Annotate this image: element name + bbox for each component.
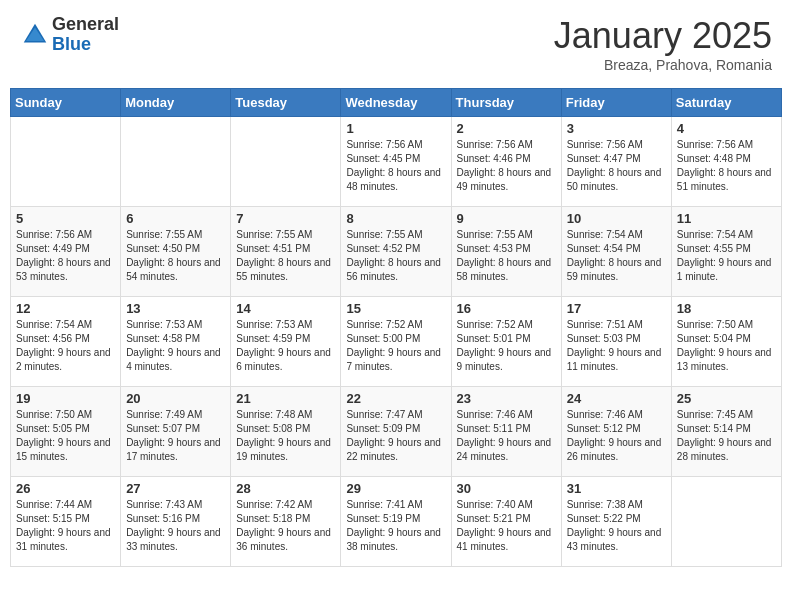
calendar-day-cell: 4Sunrise: 7:56 AM Sunset: 4:48 PM Daylig… — [671, 117, 781, 207]
day-number: 31 — [567, 481, 666, 496]
weekday-header: Tuesday — [231, 89, 341, 117]
day-number: 23 — [457, 391, 556, 406]
calendar-day-cell: 6Sunrise: 7:55 AM Sunset: 4:50 PM Daylig… — [121, 207, 231, 297]
day-number: 10 — [567, 211, 666, 226]
day-number: 7 — [236, 211, 335, 226]
day-number: 28 — [236, 481, 335, 496]
day-info: Sunrise: 7:52 AM Sunset: 5:01 PM Dayligh… — [457, 318, 556, 374]
day-info: Sunrise: 7:49 AM Sunset: 5:07 PM Dayligh… — [126, 408, 225, 464]
day-info: Sunrise: 7:43 AM Sunset: 5:16 PM Dayligh… — [126, 498, 225, 554]
weekday-header: Wednesday — [341, 89, 451, 117]
calendar-day-cell: 20Sunrise: 7:49 AM Sunset: 5:07 PM Dayli… — [121, 387, 231, 477]
calendar-day-cell: 27Sunrise: 7:43 AM Sunset: 5:16 PM Dayli… — [121, 477, 231, 567]
weekday-header: Saturday — [671, 89, 781, 117]
day-info: Sunrise: 7:54 AM Sunset: 4:55 PM Dayligh… — [677, 228, 776, 284]
day-info: Sunrise: 7:55 AM Sunset: 4:51 PM Dayligh… — [236, 228, 335, 284]
calendar-day-cell: 14Sunrise: 7:53 AM Sunset: 4:59 PM Dayli… — [231, 297, 341, 387]
day-number: 8 — [346, 211, 445, 226]
calendar-day-cell: 19Sunrise: 7:50 AM Sunset: 5:05 PM Dayli… — [11, 387, 121, 477]
day-number: 17 — [567, 301, 666, 316]
day-info: Sunrise: 7:56 AM Sunset: 4:48 PM Dayligh… — [677, 138, 776, 194]
day-number: 29 — [346, 481, 445, 496]
day-info: Sunrise: 7:38 AM Sunset: 5:22 PM Dayligh… — [567, 498, 666, 554]
day-number: 12 — [16, 301, 115, 316]
calendar-day-cell: 26Sunrise: 7:44 AM Sunset: 5:15 PM Dayli… — [11, 477, 121, 567]
calendar-day-cell: 23Sunrise: 7:46 AM Sunset: 5:11 PM Dayli… — [451, 387, 561, 477]
day-number: 20 — [126, 391, 225, 406]
calendar-day-cell — [671, 477, 781, 567]
day-info: Sunrise: 7:47 AM Sunset: 5:09 PM Dayligh… — [346, 408, 445, 464]
weekday-header: Friday — [561, 89, 671, 117]
calendar-table: SundayMondayTuesdayWednesdayThursdayFrid… — [10, 88, 782, 567]
day-number: 6 — [126, 211, 225, 226]
day-info: Sunrise: 7:53 AM Sunset: 4:58 PM Dayligh… — [126, 318, 225, 374]
calendar-day-cell: 2Sunrise: 7:56 AM Sunset: 4:46 PM Daylig… — [451, 117, 561, 207]
day-info: Sunrise: 7:45 AM Sunset: 5:14 PM Dayligh… — [677, 408, 776, 464]
day-info: Sunrise: 7:42 AM Sunset: 5:18 PM Dayligh… — [236, 498, 335, 554]
logo-icon — [20, 20, 50, 50]
logo-blue-text: Blue — [52, 35, 119, 55]
day-number: 21 — [236, 391, 335, 406]
day-info: Sunrise: 7:55 AM Sunset: 4:53 PM Dayligh… — [457, 228, 556, 284]
day-number: 27 — [126, 481, 225, 496]
calendar-day-cell: 22Sunrise: 7:47 AM Sunset: 5:09 PM Dayli… — [341, 387, 451, 477]
calendar-day-cell — [11, 117, 121, 207]
calendar-day-cell: 1Sunrise: 7:56 AM Sunset: 4:45 PM Daylig… — [341, 117, 451, 207]
calendar-day-cell: 11Sunrise: 7:54 AM Sunset: 4:55 PM Dayli… — [671, 207, 781, 297]
calendar-day-cell: 16Sunrise: 7:52 AM Sunset: 5:01 PM Dayli… — [451, 297, 561, 387]
weekday-header: Thursday — [451, 89, 561, 117]
logo-general-text: General — [52, 15, 119, 35]
day-info: Sunrise: 7:46 AM Sunset: 5:11 PM Dayligh… — [457, 408, 556, 464]
day-number: 30 — [457, 481, 556, 496]
day-number: 13 — [126, 301, 225, 316]
calendar-day-cell — [231, 117, 341, 207]
day-info: Sunrise: 7:56 AM Sunset: 4:45 PM Dayligh… — [346, 138, 445, 194]
day-info: Sunrise: 7:56 AM Sunset: 4:46 PM Dayligh… — [457, 138, 556, 194]
day-info: Sunrise: 7:56 AM Sunset: 4:47 PM Dayligh… — [567, 138, 666, 194]
day-number: 5 — [16, 211, 115, 226]
calendar-day-cell: 10Sunrise: 7:54 AM Sunset: 4:54 PM Dayli… — [561, 207, 671, 297]
day-number: 9 — [457, 211, 556, 226]
day-number: 19 — [16, 391, 115, 406]
calendar-day-cell: 13Sunrise: 7:53 AM Sunset: 4:58 PM Dayli… — [121, 297, 231, 387]
calendar-day-cell: 28Sunrise: 7:42 AM Sunset: 5:18 PM Dayli… — [231, 477, 341, 567]
day-info: Sunrise: 7:41 AM Sunset: 5:19 PM Dayligh… — [346, 498, 445, 554]
location-text: Breaza, Prahova, Romania — [554, 57, 772, 73]
day-number: 1 — [346, 121, 445, 136]
calendar-day-cell: 29Sunrise: 7:41 AM Sunset: 5:19 PM Dayli… — [341, 477, 451, 567]
day-info: Sunrise: 7:52 AM Sunset: 5:00 PM Dayligh… — [346, 318, 445, 374]
day-number: 26 — [16, 481, 115, 496]
day-number: 14 — [236, 301, 335, 316]
day-info: Sunrise: 7:40 AM Sunset: 5:21 PM Dayligh… — [457, 498, 556, 554]
day-info: Sunrise: 7:54 AM Sunset: 4:54 PM Dayligh… — [567, 228, 666, 284]
page-header: General Blue January 2025 Breaza, Prahov… — [10, 10, 782, 78]
day-number: 11 — [677, 211, 776, 226]
calendar-day-cell: 17Sunrise: 7:51 AM Sunset: 5:03 PM Dayli… — [561, 297, 671, 387]
calendar-day-cell: 15Sunrise: 7:52 AM Sunset: 5:00 PM Dayli… — [341, 297, 451, 387]
calendar-week-row: 26Sunrise: 7:44 AM Sunset: 5:15 PM Dayli… — [11, 477, 782, 567]
calendar-day-cell: 12Sunrise: 7:54 AM Sunset: 4:56 PM Dayli… — [11, 297, 121, 387]
calendar-header-row: SundayMondayTuesdayWednesdayThursdayFrid… — [11, 89, 782, 117]
day-number: 22 — [346, 391, 445, 406]
day-number: 24 — [567, 391, 666, 406]
calendar-day-cell: 31Sunrise: 7:38 AM Sunset: 5:22 PM Dayli… — [561, 477, 671, 567]
calendar-week-row: 12Sunrise: 7:54 AM Sunset: 4:56 PM Dayli… — [11, 297, 782, 387]
calendar-day-cell — [121, 117, 231, 207]
day-info: Sunrise: 7:48 AM Sunset: 5:08 PM Dayligh… — [236, 408, 335, 464]
calendar-day-cell: 9Sunrise: 7:55 AM Sunset: 4:53 PM Daylig… — [451, 207, 561, 297]
calendar-day-cell: 24Sunrise: 7:46 AM Sunset: 5:12 PM Dayli… — [561, 387, 671, 477]
day-number: 4 — [677, 121, 776, 136]
title-section: January 2025 Breaza, Prahova, Romania — [554, 15, 772, 73]
calendar-day-cell: 8Sunrise: 7:55 AM Sunset: 4:52 PM Daylig… — [341, 207, 451, 297]
day-number: 18 — [677, 301, 776, 316]
calendar-day-cell: 18Sunrise: 7:50 AM Sunset: 5:04 PM Dayli… — [671, 297, 781, 387]
calendar-day-cell: 7Sunrise: 7:55 AM Sunset: 4:51 PM Daylig… — [231, 207, 341, 297]
day-info: Sunrise: 7:50 AM Sunset: 5:05 PM Dayligh… — [16, 408, 115, 464]
day-number: 15 — [346, 301, 445, 316]
calendar-day-cell: 3Sunrise: 7:56 AM Sunset: 4:47 PM Daylig… — [561, 117, 671, 207]
day-info: Sunrise: 7:51 AM Sunset: 5:03 PM Dayligh… — [567, 318, 666, 374]
day-info: Sunrise: 7:50 AM Sunset: 5:04 PM Dayligh… — [677, 318, 776, 374]
calendar-day-cell: 30Sunrise: 7:40 AM Sunset: 5:21 PM Dayli… — [451, 477, 561, 567]
day-info: Sunrise: 7:56 AM Sunset: 4:49 PM Dayligh… — [16, 228, 115, 284]
month-title: January 2025 — [554, 15, 772, 57]
